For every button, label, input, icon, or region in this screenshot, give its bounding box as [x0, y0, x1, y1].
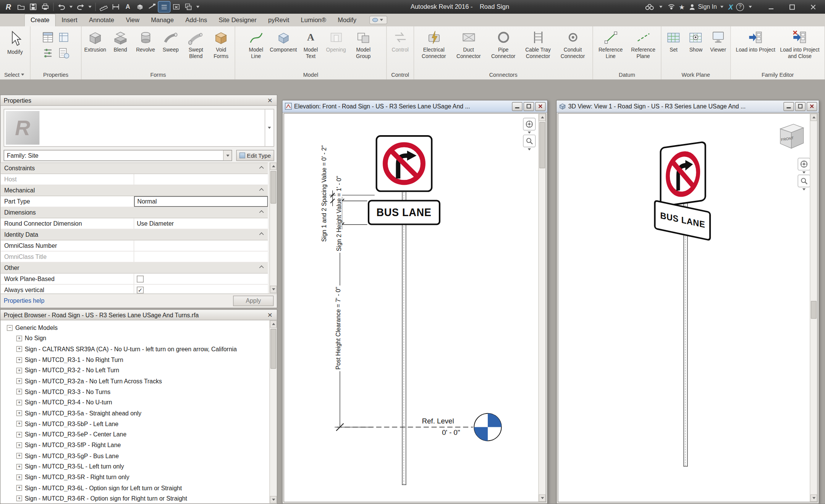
- host-value[interactable]: [134, 174, 268, 185]
- panel-label-family-editor[interactable]: Family Editor: [731, 70, 824, 79]
- apply-button[interactable]: Apply: [233, 296, 273, 306]
- tree-item[interactable]: No Sign: [0, 333, 269, 344]
- minimize-button[interactable]: [783, 102, 794, 111]
- view-3d-scrollbar[interactable]: [810, 114, 817, 502]
- properties-palette-icon[interactable]: [41, 31, 55, 44]
- section-icon[interactable]: [146, 2, 158, 12]
- project-browser-header[interactable]: Project Browser - Road Sign - US - R3 Se…: [0, 310, 277, 320]
- omniclass-title-value[interactable]: [134, 251, 268, 262]
- reference-plane-button[interactable]: Reference Plane: [628, 28, 659, 69]
- redo-dropdown-caret[interactable]: [88, 6, 91, 8]
- section-row-identity-data[interactable]: Identity Data: [0, 229, 268, 241]
- tree-item[interactable]: Sign - MUTCD_R3-5R - Right turn only: [0, 472, 269, 483]
- section-row-constraints[interactable]: Constraints: [0, 163, 268, 174]
- scroll-down-button[interactable]: [810, 494, 817, 502]
- dimension-text-sign2-height[interactable]: Sign 2 Height Value = 1' - 0": [336, 174, 342, 253]
- family-parameters-icon[interactable]: [57, 46, 71, 60]
- dimension-text-post-clearance[interactable]: Post Height Clearance = 7' - 0": [335, 285, 342, 371]
- steering-wheel-button[interactable]: [523, 118, 535, 131]
- tree-item[interactable]: Sign - MUTCD_R3-6R - Option sign for Rig…: [0, 493, 269, 504]
- edit-type-button[interactable]: Edit Type: [236, 150, 274, 161]
- tab-site-designer[interactable]: Site Designer: [213, 14, 262, 26]
- scroll-down-button[interactable]: [270, 496, 277, 503]
- scrollbar-thumb[interactable]: [539, 122, 545, 168]
- sweep-button[interactable]: Sweep: [159, 28, 183, 69]
- expand-icon[interactable]: [16, 485, 22, 491]
- open-icon[interactable]: [15, 2, 27, 12]
- omniclass-number-value[interactable]: [134, 241, 268, 251]
- part-type-value[interactable]: Normal: [134, 196, 268, 207]
- expand-icon[interactable]: [16, 442, 22, 448]
- expand-icon[interactable]: [16, 357, 22, 363]
- sign-in-caret[interactable]: [720, 6, 723, 8]
- tab-modify[interactable]: Modify: [332, 14, 362, 26]
- minimize-button[interactable]: [512, 102, 522, 111]
- tab-add-ins[interactable]: Add-Ins: [180, 14, 213, 26]
- panel-label-connectors[interactable]: Connectors: [414, 70, 592, 79]
- scroll-up-button[interactable]: [270, 320, 277, 328]
- load-into-project-button[interactable]: Load into Project: [734, 28, 777, 69]
- zoom-dropdown-caret[interactable]: [802, 188, 806, 191]
- tree-item[interactable]: Sign - CALTRANS SR39A (CA) - No U-turn -…: [0, 344, 269, 354]
- section-row-other[interactable]: Other: [0, 262, 268, 273]
- print-icon[interactable]: [39, 2, 51, 12]
- aligned-dimension-icon[interactable]: [110, 2, 121, 12]
- view-3d-canvas[interactable]: BUS LANE FRONT: [558, 113, 818, 502]
- tree-item[interactable]: Sign - MUTCD_R3-5bP - Left Lane: [0, 418, 269, 429]
- work-plane-based-checkbox[interactable]: [137, 275, 144, 282]
- title-bar[interactable]: R A Autodesk Revit 2016 - Road Sign: [0, 0, 825, 14]
- panel-label-control[interactable]: Control: [387, 70, 414, 79]
- close-hidden-windows-icon[interactable]: [170, 2, 182, 12]
- expand-icon[interactable]: [16, 474, 22, 480]
- modify-button[interactable]: Modify: [2, 28, 28, 69]
- no-right-turn-sign-3d[interactable]: [660, 141, 706, 207]
- search-dropdown-caret[interactable]: [659, 6, 662, 8]
- scrollbar-thumb[interactable]: [270, 329, 276, 369]
- reference-line-button[interactable]: Reference Line: [595, 28, 626, 69]
- scroll-up-button[interactable]: [539, 114, 546, 121]
- panel-label-model[interactable]: Model: [235, 70, 386, 79]
- tab-pyrevit[interactable]: pyRevit: [262, 14, 295, 26]
- expand-icon[interactable]: [16, 431, 22, 437]
- zoom-dropdown-caret[interactable]: [528, 148, 531, 150]
- model-line-button[interactable]: Model Line: [244, 28, 268, 69]
- tab-create[interactable]: Create: [24, 14, 56, 26]
- qat-customize-caret[interactable]: [196, 6, 199, 8]
- expand-icon[interactable]: [16, 378, 22, 384]
- tree-item[interactable]: Sign - MUTCD_R3-1 - No Right Turn: [0, 354, 269, 365]
- show-work-plane-button[interactable]: Show: [685, 28, 707, 69]
- close-icon[interactable]: [266, 97, 273, 103]
- component-button[interactable]: Component: [269, 28, 298, 69]
- zoom-button[interactable]: [798, 174, 810, 187]
- model-text-button[interactable]: AModel Text: [299, 28, 323, 69]
- maximize-button[interactable]: [524, 102, 534, 111]
- type-selector-caret[interactable]: [265, 110, 273, 146]
- browser-scrollbar[interactable]: [269, 320, 277, 503]
- tree-item[interactable]: Sign - MUTCD_R3-2a - No Left Turn Across…: [0, 376, 269, 386]
- tree-item[interactable]: Sign - MUTCD_R3-4 - No U-turn: [0, 397, 269, 408]
- electrical-connector-button[interactable]: Electrical Connector: [417, 28, 451, 69]
- viewer-button[interactable]: Viewer: [707, 28, 729, 69]
- family-filter-caret[interactable]: [223, 150, 231, 160]
- swept-blend-button[interactable]: Swept Blend: [184, 28, 208, 69]
- set-work-plane-button[interactable]: Set: [663, 28, 684, 69]
- switch-windows-icon[interactable]: [183, 2, 194, 12]
- tree-item[interactable]: Sign - MUTCD_R3-2 - No Left Turn: [0, 365, 269, 376]
- panel-label-select[interactable]: Select: [0, 70, 30, 79]
- close-button[interactable]: [807, 102, 817, 111]
- cable-tray-connector-button[interactable]: Cable Tray Connector: [521, 28, 555, 69]
- exchange-apps-icon[interactable]: X: [728, 2, 733, 12]
- void-forms-button[interactable]: Void Forms: [209, 28, 233, 69]
- section-row-dimensions[interactable]: Dimensions: [0, 207, 268, 218]
- view-3d-window-titlebar[interactable]: 3D View: View 1 - Road Sign - US - R3 Se…: [557, 100, 819, 113]
- expand-icon[interactable]: [16, 336, 22, 341]
- tree-item[interactable]: Sign - MUTCD_R3-5a - Straight ahead only: [0, 408, 269, 418]
- ref-level-label[interactable]: Ref. Level: [422, 417, 454, 425]
- scroll-up-button[interactable]: [270, 163, 277, 170]
- tree-item[interactable]: Sign - MUTCD_R3-5fP - Right Lane: [0, 440, 269, 451]
- type-selector[interactable]: [4, 109, 274, 147]
- collapse-expander-icon[interactable]: [7, 325, 13, 331]
- family-filter-combo[interactable]: Family: Site: [4, 150, 232, 161]
- tab-insert[interactable]: Insert: [56, 14, 83, 26]
- view-cube[interactable]: FRONT: [773, 119, 808, 155]
